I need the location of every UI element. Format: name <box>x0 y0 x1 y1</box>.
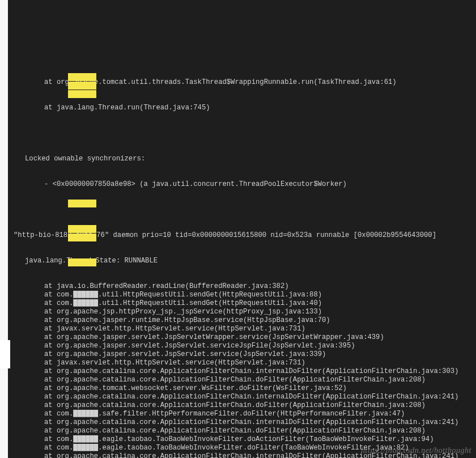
redaction-block <box>68 234 96 241</box>
stack-line: at com.██████.eagle.taobao.TaoBaoWebInvo… <box>0 435 476 444</box>
stack-line: at com.██████.safe.filter.HttpPerformanc… <box>0 410 476 418</box>
stack-line: at org.apache.catalina.core.ApplicationF… <box>0 393 476 401</box>
stack-line: at org.apache.jasper.servlet.JspServlet.… <box>0 342 476 350</box>
stack-line: at org.apache.catalina.core.ApplicationF… <box>0 367 476 376</box>
stack-line: at java.io.BufferedReader.readLine(Buffe… <box>0 282 476 291</box>
stack-line: at org.apache.jasper.runtime.HttpJspBase… <box>0 316 476 325</box>
stack-line: at javax.servlet.http.HttpServlet.servic… <box>0 359 476 367</box>
watermark: https://blog.csdn.net/hotthought <box>361 446 471 455</box>
redaction-block <box>68 82 96 90</box>
stack-line: at org.apache.catalina.core.ApplicationF… <box>0 427 476 435</box>
stack-line: at com.██████.util.HttpRequestUtil.sendG… <box>0 299 476 308</box>
redaction-block <box>68 200 96 207</box>
stack-trace: at java.io.BufferedReader.readLine(Buffe… <box>0 282 476 458</box>
stack-line: at org.apache.catalina.core.ApplicationF… <box>0 376 476 384</box>
redaction-block <box>68 225 96 233</box>
locked-header: Locked ownable synchronizers: <box>0 155 476 163</box>
redaction-block <box>68 258 96 266</box>
stack-line: at org.apache.tomcat.websocket.server.Ws… <box>0 384 476 393</box>
stack-line: at java.lang.Thread.run(Thread.java:745) <box>0 104 476 112</box>
blank-line <box>0 129 476 138</box>
stack-line: at com.██████.util.HttpRequestUtil.sendG… <box>0 291 476 299</box>
stack-line: at org.apache.jasper.servlet.JspServletW… <box>0 333 476 342</box>
stack-line: at org.apache.catalina.core.ApplicationF… <box>0 418 476 427</box>
stack-line: at javax.servlet.http.HttpServlet.servic… <box>0 325 476 333</box>
stack-line: at org.apache.catalina.core.ApplicationF… <box>0 401 476 410</box>
stack-line: at org.apache.jasper.servlet.JspServlet.… <box>0 350 476 359</box>
stack-line: at org.apache.jsp.httpProxy_jsp._jspServ… <box>0 308 476 316</box>
redaction-block <box>68 90 96 98</box>
redaction-block <box>68 73 96 81</box>
locked-item: - <0x00000007850a8e98> (a java.util.conc… <box>0 180 476 189</box>
